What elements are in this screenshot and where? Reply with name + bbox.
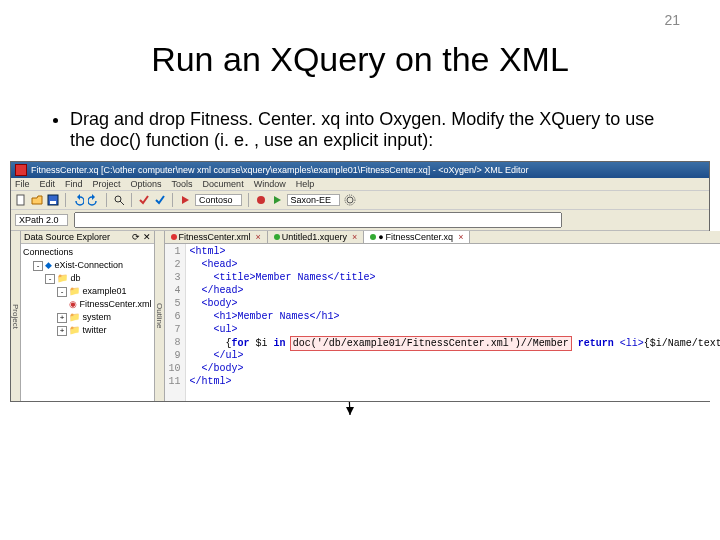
menu-find[interactable]: Find <box>65 179 83 189</box>
menubar[interactable]: File Edit Find Project Options Tools Doc… <box>11 178 709 190</box>
line-gutter: 1234567891011 <box>165 244 186 401</box>
new-file-icon[interactable] <box>15 194 27 206</box>
save-icon[interactable] <box>47 194 59 206</box>
tree-item[interactable]: -📁 db <box>23 272 152 285</box>
xpath-input[interactable] <box>74 212 562 228</box>
project-tab[interactable]: Project <box>11 231 21 401</box>
data-source-explorer: Data Source Explorer ⟳ ✕ Connections -◆ … <box>21 231 155 401</box>
tab-untitled-xquery[interactable]: Untitled1.xquery× <box>268 231 364 243</box>
svg-rect-6 <box>50 201 56 204</box>
xpath-toolbar: XPath 2.0 <box>11 210 709 231</box>
svg-point-12 <box>257 196 265 204</box>
explorer-toolbar[interactable]: ⟳ ✕ <box>132 232 151 242</box>
tab-fitnesscenter-xq[interactable]: ● FitnessCenter.xq× <box>364 231 470 243</box>
bullet-list: Drag and drop Fitness. Center. xq into O… <box>50 109 670 151</box>
xq-icon <box>274 234 280 240</box>
explorer-title: Data Source Explorer <box>24 232 110 242</box>
redo-icon[interactable] <box>88 194 100 206</box>
separator <box>106 193 107 207</box>
tree-item[interactable]: -◆ eXist-Connection <box>23 259 152 272</box>
separator <box>248 193 249 207</box>
debug-icon[interactable] <box>255 194 267 206</box>
separator <box>131 193 132 207</box>
window-title: FitnessCenter.xq [C:\other computer\new … <box>31 165 528 175</box>
tree-item[interactable]: +📁 system <box>23 311 152 324</box>
menu-project[interactable]: Project <box>93 179 121 189</box>
transform-icon[interactable] <box>179 194 191 206</box>
menu-options[interactable]: Options <box>131 179 162 189</box>
engine-dropdown[interactable]: Saxon-EE <box>287 194 341 206</box>
menu-window[interactable]: Window <box>254 179 286 189</box>
editor-tabs: FitnessCenter.xml× Untitled1.xquery× ● F… <box>165 231 720 244</box>
svg-line-10 <box>120 201 124 205</box>
page-number: 21 <box>664 12 680 28</box>
scenario-dropdown[interactable]: Contoso <box>195 194 242 206</box>
menu-help[interactable]: Help <box>296 179 315 189</box>
svg-marker-7 <box>77 194 80 200</box>
open-file-icon[interactable] <box>31 194 43 206</box>
svg-point-14 <box>347 197 353 203</box>
tree-item-xml[interactable]: ◉ FitnessCenter.xml <box>23 298 152 311</box>
menu-tools[interactable]: Tools <box>172 179 193 189</box>
highlighted-doc-call: doc('/db/example01/FitnessCenter.xml')//… <box>290 336 572 351</box>
svg-marker-13 <box>274 196 281 204</box>
bullet-item: Drag and drop Fitness. Center. xq into O… <box>70 109 670 151</box>
separator <box>65 193 66 207</box>
code-source[interactable]: <html> <head> <title>Member Names</title… <box>186 244 720 401</box>
outline-tab[interactable]: Outline <box>155 231 165 401</box>
xpath-version-dropdown[interactable]: XPath 2.0 <box>15 214 68 226</box>
xml-icon <box>171 234 177 240</box>
wellformed-icon[interactable] <box>154 194 166 206</box>
svg-marker-8 <box>92 194 95 200</box>
explorer-tree[interactable]: Connections -◆ eXist-Connection -📁 db -📁… <box>21 244 154 339</box>
gear-icon[interactable] <box>344 194 356 206</box>
tab-fitnesscenter-xml[interactable]: FitnessCenter.xml× <box>165 231 268 243</box>
separator <box>172 193 173 207</box>
oxygen-ide-window: FitnessCenter.xq [C:\other computer\new … <box>10 161 710 402</box>
tree-root: Connections <box>23 246 152 259</box>
slide-title: Run an XQuery on the XML <box>0 40 720 79</box>
run-icon[interactable] <box>271 194 283 206</box>
toolbar: Contoso Saxon-EE <box>11 190 709 210</box>
svg-marker-11 <box>182 196 189 204</box>
validate-icon[interactable] <box>138 194 150 206</box>
app-icon <box>15 164 27 176</box>
close-icon[interactable]: × <box>352 232 357 242</box>
workarea: Project Data Source Explorer ⟳ ✕ Connect… <box>11 231 709 401</box>
svg-marker-1 <box>346 407 354 415</box>
menu-file[interactable]: File <box>15 179 30 189</box>
tree-item[interactable]: +📁 twitter <box>23 324 152 337</box>
code-editor[interactable]: 1234567891011 <html> <head> <title>Membe… <box>165 244 720 401</box>
svg-rect-4 <box>17 195 24 205</box>
undo-icon[interactable] <box>72 194 84 206</box>
close-icon[interactable]: × <box>256 232 261 242</box>
window-titlebar: FitnessCenter.xq [C:\other computer\new … <box>11 162 709 178</box>
menu-edit[interactable]: Edit <box>40 179 56 189</box>
xq-icon <box>370 234 376 240</box>
editor-pane: FitnessCenter.xml× Untitled1.xquery× ● F… <box>165 231 720 401</box>
tree-item[interactable]: -📁 example01 <box>23 285 152 298</box>
menu-document[interactable]: Document <box>203 179 244 189</box>
close-icon[interactable]: × <box>458 232 463 242</box>
search-icon[interactable] <box>113 194 125 206</box>
